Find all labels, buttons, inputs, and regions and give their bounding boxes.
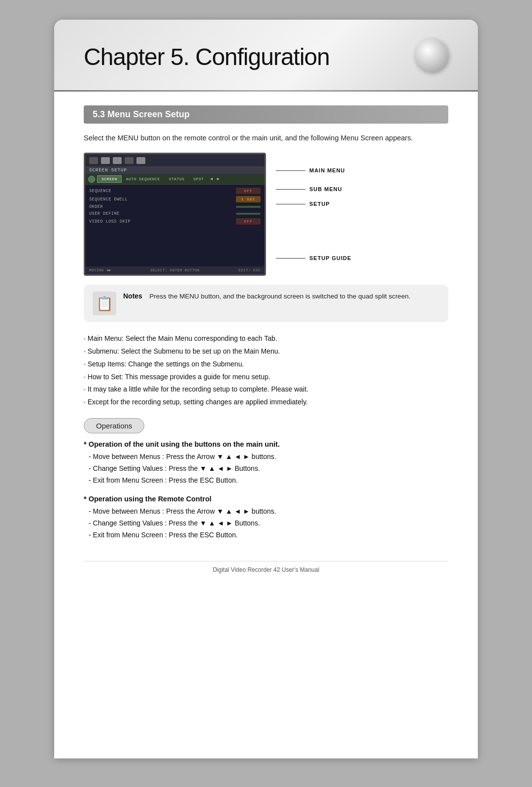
dvr-value-sequence: OFF [236, 188, 261, 194]
dvr-label-user: USER DEFINE [89, 211, 120, 216]
ops-section-1: * Operation of the unit using the button… [84, 440, 448, 486]
bullet-item-2: · Submenu: Select the Submenu to be set … [84, 346, 448, 358]
dvr-value-order [236, 206, 261, 208]
dvr-menu-bar: SCREEN AUTO SEQUENCE STATUS SPOT ◄ ► [85, 174, 265, 185]
dvr-row-dwell: SEQUENCE DWELL 1 SEC [89, 196, 261, 202]
dvr-icon-2 [101, 157, 110, 164]
label-line-sub-menu [276, 189, 305, 190]
dvr-value-vls: OFF [236, 218, 261, 225]
page: Chapter 5. Configuration 5.3 Menu Screen… [54, 20, 478, 758]
dvr-exit: EXIT: ESC [238, 268, 261, 272]
dvr-content-area: SEQUENCE OFF SEQUENCE DWELL 1 SEC ORDER … [85, 185, 265, 230]
dvr-bottom-bar: MOVING ◄► SELECT: ENTER BUTTON EXIT: ESC [85, 266, 265, 274]
dvr-circle-btn [88, 176, 95, 183]
dvr-row-vls: VIDEO LOSS SKIP OFF [89, 218, 261, 225]
ops-title-1: * Operation of the unit using the button… [84, 440, 448, 448]
notes-text: Press the MENU button, and the backgroun… [149, 293, 410, 300]
dvr-row-order: ORDER [89, 204, 261, 209]
ops-item-1-1: - Move between Menus : Press the Arrow ▼… [89, 451, 448, 463]
label-text-main-menu: MAIN MENU [309, 167, 345, 173]
notes-label: Notes [123, 292, 142, 300]
ops-title-2: * Operation using the Remote Control [84, 495, 448, 503]
label-text-setup: SETUP [309, 201, 330, 207]
label-sub-menu: SUB MENU [276, 186, 351, 192]
label-line-setup-guide [276, 258, 305, 259]
dvr-label-vls: VIDEO LOSS SKIP [89, 219, 131, 224]
footer-text: Digital Video Recorder 42 User's Manual [213, 566, 319, 573]
label-setup: SETUP [276, 201, 351, 207]
label-main-menu: MAIN MENU [276, 167, 351, 173]
screen-setup-diagram: SCREEN SETUP SCREEN AUTO SEQUENCE STATUS… [84, 153, 448, 276]
chapter-orb [415, 38, 448, 72]
chapter-header: Chapter 5. Configuration [54, 20, 478, 90]
main-content: 5.3 Menu Screen Setup Select the MENU bu… [54, 92, 478, 573]
label-line-main-menu [276, 170, 305, 171]
notes-icon: 📋 [93, 292, 116, 315]
bullet-item-6: · Except for the recording setup, settin… [84, 396, 448, 408]
dvr-icon-3 [113, 157, 122, 164]
ops-item-1-3: - Exit from Menu Screen : Press the ESC … [89, 475, 448, 487]
screen-labels: MAIN MENU SUB MENU SETUP SETUP GUIDE [266, 153, 351, 270]
bullet-list: · Main Menu: Select the Main Menu corres… [84, 333, 448, 408]
dvr-label-sequence: SEQUENCE [89, 189, 111, 194]
dvr-icon-1 [89, 157, 98, 164]
chapter-title: Chapter 5. Configuration [84, 43, 448, 70]
notes-box: 📋 Notes Press the MENU button, and the b… [84, 285, 448, 322]
dvr-label-order: ORDER [89, 204, 103, 209]
ops-item-2-2: - Change Setting Values : Press the ▼ ▲ … [89, 518, 448, 529]
dvr-title-bar: SCREEN SETUP [85, 167, 265, 174]
intro-text: Select the MENU button on the remote con… [84, 132, 448, 144]
notes-content-area: Notes Press the MENU button, and the bac… [123, 292, 410, 301]
dvr-menu-status: STATUS [165, 175, 189, 183]
ops-item-2-3: - Exit from Menu Screen : Press the ESC … [89, 529, 448, 541]
footer: Digital Video Recorder 42 User's Manual [84, 561, 448, 573]
dvr-arrow-left: ◄ [208, 176, 215, 183]
dvr-screen: SCREEN SETUP SCREEN AUTO SEQUENCE STATUS… [84, 153, 266, 276]
dvr-value-dwell: 1 SEC [236, 196, 261, 202]
label-text-sub-menu: SUB MENU [309, 186, 342, 192]
dvr-icon-5 [136, 157, 145, 164]
dvr-select: SELECT: ENTER BUTTON [150, 268, 200, 272]
dvr-menu-spot: SPOT [189, 175, 208, 183]
dvr-topbar [85, 154, 265, 167]
dvr-label-dwell: SEQUENCE DWELL [89, 197, 128, 202]
ops-item-1-2: - Change Setting Values : Press the ▼ ▲ … [89, 463, 448, 475]
ops-item-2-1: - Move between Menus : Press the Arrow ▼… [89, 506, 448, 518]
dvr-menu-auto-seq: AUTO SEQUENCE [122, 175, 165, 183]
dvr-menu-screen: SCREEN [97, 175, 122, 183]
bullet-item-4: · How to Set: This message provides a gu… [84, 371, 448, 383]
dvr-moving: MOVING ◄► [89, 268, 111, 272]
dvr-value-user [236, 213, 261, 215]
bullet-item-5: · It may take a little while for the rec… [84, 384, 448, 395]
dvr-row-sequence: SEQUENCE OFF [89, 188, 261, 194]
label-setup-guide: SETUP GUIDE [276, 255, 351, 261]
bullet-item-3: · Setup Items: Change the settings on th… [84, 359, 448, 370]
label-line-setup [276, 204, 305, 204]
bullet-item-1: · Main Menu: Select the Main Menu corres… [84, 333, 448, 345]
label-text-setup-guide: SETUP GUIDE [309, 255, 351, 261]
operations-badge: Operations [84, 418, 144, 433]
section-header: 5.3 Menu Screen Setup [84, 105, 448, 124]
ops-section-2: * Operation using the Remote Control - M… [84, 495, 448, 541]
dvr-row-user: USER DEFINE [89, 211, 261, 216]
dvr-icon-4 [125, 157, 133, 164]
dvr-arrow-right: ► [215, 176, 221, 183]
